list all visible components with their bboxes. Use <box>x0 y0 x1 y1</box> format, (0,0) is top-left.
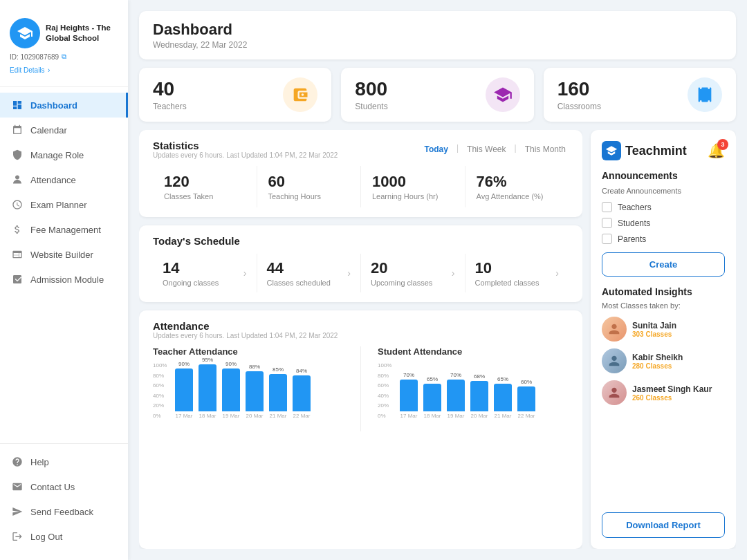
sidebar-item-exam-planner[interactable]: Exam Planner <box>0 192 128 217</box>
student-attendance-chart: Student Attendance 100% 80% 60% 40% 20% … <box>378 346 569 431</box>
sidebar-item-help[interactable]: Help <box>0 449 128 474</box>
avatar-jasmeet <box>602 380 627 405</box>
download-report-button[interactable]: Download Report <box>602 512 725 538</box>
sidebar-navigation: Dashboard Calendar Manage Role Attendanc… <box>0 93 128 443</box>
student-chart-y-axis: 100% 80% 60% 40% 20% 0% <box>378 362 391 419</box>
bar-22mar-teacher: 84% 22 Mar <box>293 368 311 419</box>
filter-today[interactable]: Today <box>421 143 450 156</box>
school-avatar <box>10 18 40 48</box>
schedule-title: Today's Schedule <box>153 235 569 247</box>
sidebar-item-website-builder[interactable]: Website Builder <box>0 242 128 267</box>
bar-22mar-student: 60% 22 Mar <box>517 379 535 419</box>
insights-title: Automated Insights <box>602 286 725 297</box>
classrooms-icon <box>688 77 722 112</box>
person-2-name: Kabir Sheikh <box>632 353 683 362</box>
notification-count: 3 <box>717 139 728 150</box>
sidebar-item-fee-management-label: Fee Management <box>30 225 101 235</box>
person-3-name: Jasmeet Singh Kaur <box>632 384 712 394</box>
schedule-items: 14 Ongoing classes › 44 Classes schedule… <box>153 254 569 292</box>
checkbox-teachers[interactable]: Teachers <box>602 202 725 212</box>
bar-21mar-teacher: 85% 21 Mar <box>269 366 287 419</box>
sidebar-item-admission-module-label: Admission Module <box>30 274 104 285</box>
insight-person-2: Kabir Sheikh 280 Classes <box>602 348 725 373</box>
sidebar-item-log-out-label: Log Out <box>30 532 62 542</box>
schedule-completed: 10 Completed classes › <box>465 254 569 292</box>
notification-bell[interactable]: 🔔 3 <box>708 142 725 159</box>
ongoing-arrow[interactable]: › <box>243 268 247 279</box>
metric-classes-taken: 120 Classes Taken <box>153 166 257 207</box>
bar-21mar-student: 65% 21 Mar <box>494 376 512 419</box>
contact-us-icon <box>11 480 24 493</box>
sidebar-item-send-feedback-label: Send Feedback <box>30 507 93 517</box>
sidebar-item-website-builder-label: Website Builder <box>30 250 93 260</box>
bar-19mar-teacher: 90% 19 Mar <box>222 361 240 419</box>
schedule-ongoing: 14 Ongoing classes › <box>153 254 257 292</box>
dashboard-date: Wednesday, 22 Mar 2022 <box>153 40 722 50</box>
statistics-subtitle: Updates every 6 hours. Last Updated 1:04… <box>153 151 338 159</box>
log-out-icon <box>11 530 24 543</box>
student-chart-title: Student Attendance <box>378 346 569 357</box>
checkbox-students[interactable]: Students <box>602 218 725 228</box>
insights-subtitle: Most Classes taken by: <box>602 301 725 310</box>
attendance-section: Attendance Updates every 6 hours. Last U… <box>139 310 582 549</box>
checkbox-parents[interactable]: Parents <box>602 234 725 244</box>
dashboard-header: Dashboard Wednesday, 22 Mar 2022 <box>139 11 736 59</box>
sidebar-item-dashboard[interactable]: Dashboard <box>0 93 128 118</box>
dashboard-icon <box>11 99 24 111</box>
teachers-checkbox[interactable] <box>602 202 612 212</box>
parents-checkbox[interactable] <box>602 234 612 244</box>
edit-details-link[interactable]: Edit Details <box>10 66 45 74</box>
avatar-sunita <box>602 317 627 342</box>
teachmint-brand: Teachmint <box>602 141 687 160</box>
students-count: 800 <box>355 78 387 100</box>
sidebar-item-contact-us[interactable]: Contact Us <box>0 474 128 499</box>
schedule-section: Today's Schedule 14 Ongoing classes › 44 <box>139 225 582 302</box>
bar-18mar-student: 65% 18 Mar <box>423 376 441 419</box>
sidebar-profile: Raj Heights - The Global School ID: 1029… <box>0 11 128 87</box>
teachers-label: Teachers <box>153 102 187 111</box>
sidebar-item-manage-role-label: Manage Role <box>30 150 84 160</box>
sidebar-item-calendar-label: Calendar <box>30 125 67 136</box>
schedule-upcoming: 20 Upcoming classes › <box>361 254 465 292</box>
sidebar-item-send-feedback[interactable]: Send Feedback <box>0 499 128 524</box>
announcements-title: Announcements <box>602 170 725 181</box>
sidebar-item-manage-role[interactable]: Manage Role <box>0 142 128 167</box>
parents-checkbox-label: Parents <box>618 234 646 244</box>
sidebar-item-contact-us-label: Contact Us <box>30 482 75 492</box>
teachers-checkbox-label: Teachers <box>618 203 652 212</box>
copy-id-icon[interactable]: ⧉ <box>62 53 66 61</box>
announcements-section: Announcements Create Announcements Teach… <box>602 170 725 277</box>
stat-card-teachers: 40 Teachers <box>139 68 331 122</box>
filter-this-month[interactable]: This Month <box>522 143 569 156</box>
fee-management-icon <box>11 223 24 236</box>
scheduled-arrow[interactable]: › <box>347 268 351 279</box>
sidebar-item-fee-management[interactable]: Fee Management <box>0 217 128 242</box>
students-checkbox[interactable] <box>602 218 612 228</box>
brand-name: Teachmint <box>625 144 687 158</box>
create-announcement-button[interactable]: Create <box>602 252 725 277</box>
insight-person-1: Sunita Jain 303 Classes <box>602 317 725 342</box>
teachmint-header: Teachmint 🔔 3 <box>602 141 725 160</box>
sidebar-item-admission-module[interactable]: Admission Module <box>0 267 128 292</box>
person-2-classes: 280 Classes <box>632 362 683 370</box>
sidebar-item-attendance[interactable]: Attendance <box>0 167 128 192</box>
filter-this-week[interactable]: This Week <box>464 143 508 156</box>
main-area: Dashboard Wednesday, 22 Mar 2022 40 Teac… <box>128 0 747 560</box>
sidebar-item-log-out[interactable]: Log Out <box>0 524 128 549</box>
completed-arrow[interactable]: › <box>555 268 559 279</box>
sidebar-item-attendance-label: Attendance <box>30 175 76 185</box>
statistics-filters: Today | This Week | This Month <box>421 143 569 156</box>
bar-20mar-teacher: 88% 20 Mar <box>246 364 264 419</box>
upcoming-arrow[interactable]: › <box>452 268 455 279</box>
bar-20mar-student: 68% 20 Mar <box>470 373 488 419</box>
chart-divider <box>360 346 361 431</box>
insight-person-3: Jasmeet Singh Kaur 260 Classes <box>602 380 725 405</box>
sidebar-item-calendar[interactable]: Calendar <box>0 118 128 142</box>
attendance-charts: Teacher Attendance 100% 80% 60% 40% 20% … <box>153 346 569 431</box>
sidebar-item-help-label: Help <box>30 457 49 467</box>
teacher-chart-y-axis: 100% 80% 60% 40% 20% 0% <box>153 362 167 419</box>
insights-section: Automated Insights Most Classes taken by… <box>602 286 725 412</box>
admission-module-icon <box>11 273 24 286</box>
metric-teaching-hours: 60 Teaching Hours <box>257 166 362 207</box>
bar-18mar-teacher: 95% 18 Mar <box>199 357 216 419</box>
